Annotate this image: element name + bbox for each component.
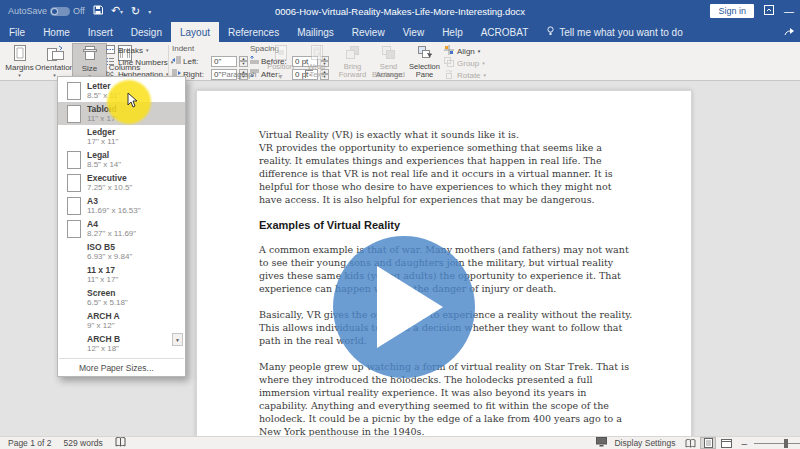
size-option-11x17[interactable]: 11 x 1711" x 17": [58, 263, 185, 286]
heading-examples: Examples of Virtual Reality: [259, 219, 637, 232]
qat-customize-icon[interactable]: ▾: [148, 8, 151, 15]
menu-scroll-down-icon[interactable]: ▼: [172, 333, 183, 346]
undo-icon[interactable]: ↶▾: [111, 5, 123, 18]
status-bar: Page 1 of 2 529 words Display Settings –: [0, 436, 800, 449]
tab-design[interactable]: Design: [122, 22, 171, 42]
size-icon: [83, 46, 97, 64]
align-icon: [444, 45, 454, 57]
tell-me-icon: [546, 26, 555, 38]
indent-left-icon: [172, 56, 181, 66]
paper-thumbnail: [67, 174, 81, 192]
tell-me-box[interactable]: Tell me what you want to do: [537, 22, 691, 42]
size-option-ledger[interactable]: Ledger17" x 11": [58, 125, 185, 148]
autosave-pill: [50, 7, 70, 16]
tab-mailings[interactable]: Mailings: [288, 22, 343, 42]
tab-home[interactable]: Home: [34, 22, 79, 42]
spacing-before-icon: [250, 56, 259, 66]
paper-thumbnail: [67, 220, 81, 238]
mouse-cursor: [127, 92, 139, 113]
tab-view[interactable]: View: [394, 22, 434, 42]
size-option-screen[interactable]: Screen6.5" x 5.18": [58, 286, 185, 309]
tab-file[interactable]: File: [0, 22, 34, 42]
share-icon[interactable]: [784, 23, 796, 41]
video-play-button[interactable]: [333, 236, 475, 378]
orientation-button[interactable]: Orientation ▾: [37, 43, 72, 79]
tab-references[interactable]: References: [219, 22, 288, 42]
group-icon: [444, 57, 454, 69]
paragraph: Many people grew up watching a form of v…: [259, 360, 637, 436]
play-icon: [377, 266, 443, 348]
position-icon: [274, 45, 288, 62]
paper-thumbnail: [67, 197, 81, 215]
indent-left-input[interactable]: 0": [211, 56, 237, 67]
autosave-toggle[interactable]: AutoSave Off: [8, 6, 85, 16]
align-button[interactable]: Align▾: [444, 46, 486, 56]
bring-forward-icon: [345, 45, 360, 62]
ribbon-tab-row: File Home Insert Design Layout Reference…: [0, 22, 800, 42]
redo-icon[interactable]: ↻: [131, 6, 140, 17]
selection-pane-icon: [417, 45, 432, 62]
breaks-icon: [106, 45, 115, 56]
autosave-label: AutoSave: [8, 6, 47, 16]
tab-layout[interactable]: Layout: [171, 22, 219, 42]
tell-me-label: Tell me what you want to do: [559, 27, 682, 38]
proofing-icon[interactable]: [115, 437, 126, 449]
size-option-legal[interactable]: Legal8.5" x 14": [58, 148, 185, 171]
orientation-icon: [46, 45, 64, 63]
arrange-group-label: Arrange: [264, 70, 514, 79]
zoom-slider[interactable]: [754, 443, 800, 444]
margins-icon: [12, 45, 28, 63]
paper-thumbnail: [67, 105, 81, 123]
breaks-button[interactable]: Breaks▾: [106, 45, 173, 55]
save-icon[interactable]: [93, 5, 103, 17]
page-indicator[interactable]: Page 1 of 2: [8, 438, 51, 448]
group-button[interactable]: Group▾: [444, 58, 486, 68]
tab-acrobat[interactable]: ACROBAT: [472, 22, 538, 42]
size-option-executive[interactable]: Executive7.25" x 10.5": [58, 171, 185, 194]
size-button[interactable]: Size ▾: [72, 43, 107, 79]
tab-help[interactable]: Help: [433, 22, 472, 42]
autosave-state: Off: [73, 6, 85, 16]
size-option-a4[interactable]: A48.27" x 11.69": [58, 217, 185, 240]
more-paper-sizes-item[interactable]: More Paper Sizes...: [58, 359, 185, 376]
size-option-arch-b[interactable]: ARCH B12" x 18": [58, 332, 185, 355]
line-numbers-icon: [106, 57, 115, 68]
size-option-a3[interactable]: A311.69" x 16.53": [58, 194, 185, 217]
size-option-arch-a[interactable]: ARCH A9" x 12": [58, 309, 185, 332]
send-backward-icon: [381, 45, 396, 62]
indent-left-stepper[interactable]: ▲▼: [239, 56, 248, 67]
read-mode-icon[interactable]: [682, 437, 698, 449]
paper-thumbnail: [67, 151, 81, 169]
paper-thumbnail: [67, 82, 81, 100]
tab-insert[interactable]: Insert: [79, 22, 122, 42]
indent-header: Indent: [172, 44, 248, 53]
paragraph: Virtual Reality (VR) is exactly what it …: [259, 128, 637, 206]
word-count[interactable]: 529 words: [63, 438, 102, 448]
margins-button[interactable]: Margins ▾: [2, 43, 37, 79]
minimize-icon[interactable]: —: [784, 6, 794, 17]
tab-review[interactable]: Review: [343, 22, 394, 42]
wrap-text-icon: [310, 45, 324, 62]
sign-in-button[interactable]: Sign in: [710, 4, 754, 18]
title-bar: AutoSave Off ↶▾ ↻ ▾ 0006-How-Virtual-Rea…: [0, 0, 800, 22]
display-settings-label[interactable]: Display Settings: [614, 438, 675, 448]
size-option-iso-b5[interactable]: ISO B56.93" x 9.84": [58, 240, 185, 263]
line-numbers-button[interactable]: Line Numbers▾: [106, 57, 173, 67]
quick-access-toolbar: AutoSave Off ↶▾ ↻ ▾: [0, 5, 151, 18]
display-settings-icon[interactable]: [596, 437, 607, 449]
zoom-out-button[interactable]: –: [741, 438, 747, 449]
web-layout-icon[interactable]: [718, 437, 734, 449]
zoom-slider-thumb[interactable]: [784, 439, 788, 448]
print-layout-icon[interactable]: [700, 437, 716, 449]
ribbon-display-options-icon[interactable]: [764, 5, 774, 17]
